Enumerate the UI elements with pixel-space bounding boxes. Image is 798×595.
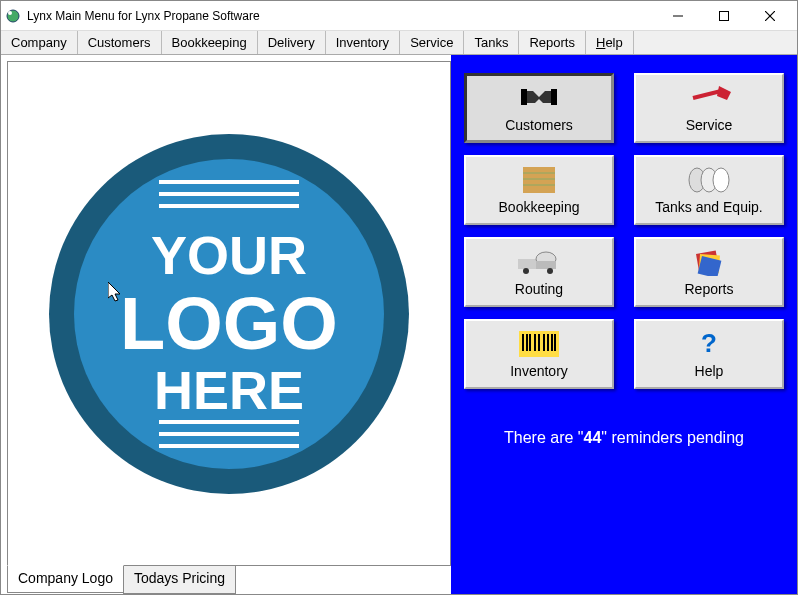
menu-bookkeeping[interactable]: Bookkeeping xyxy=(162,31,258,54)
folders-icon xyxy=(692,247,726,277)
content-area: YOUR LOGO HERE Company Logo Todays Prici… xyxy=(1,55,797,594)
svg-point-26 xyxy=(713,168,729,192)
routing-label: Routing xyxy=(515,281,563,297)
minimize-button[interactable] xyxy=(655,2,701,30)
bookkeeping-button[interactable]: Bookkeeping xyxy=(464,155,614,225)
bookkeeping-label: Bookkeeping xyxy=(499,199,580,215)
ledger-icon xyxy=(521,165,557,195)
left-pane: YOUR LOGO HERE Company Logo Todays Prici… xyxy=(1,55,451,594)
reminder-count: 44 xyxy=(584,429,602,446)
svg-rect-27 xyxy=(518,259,536,269)
reports-button[interactable]: Reports xyxy=(634,237,784,307)
inventory-button[interactable]: Inventory xyxy=(464,319,614,389)
menu-tanks[interactable]: Tanks xyxy=(464,31,519,54)
svg-rect-3 xyxy=(720,11,729,20)
svg-rect-20 xyxy=(523,167,555,193)
svg-text:?: ? xyxy=(701,330,717,358)
svg-point-30 xyxy=(523,268,529,274)
menu-reports[interactable]: Reports xyxy=(519,31,586,54)
tanks-icon xyxy=(687,165,731,195)
svg-rect-29 xyxy=(536,261,556,269)
svg-text:LOGO: LOGO xyxy=(120,282,338,365)
inventory-label: Inventory xyxy=(510,363,568,379)
svg-rect-17 xyxy=(521,89,527,105)
service-button[interactable]: Service xyxy=(634,73,784,143)
titlebar: Lynx Main Menu for Lynx Propane Software xyxy=(1,1,797,31)
svg-text:YOUR: YOUR xyxy=(151,225,307,285)
app-icon xyxy=(5,8,21,24)
menubar: Company Customers Bookkeeping Delivery I… xyxy=(1,31,797,55)
svg-point-31 xyxy=(547,268,553,274)
left-tabs: Company Logo Todays Pricing xyxy=(7,566,451,594)
barcode-icon xyxy=(519,329,559,359)
close-button[interactable] xyxy=(747,2,793,30)
menu-company[interactable]: Company xyxy=(1,31,78,54)
tanks-button[interactable]: Tanks and Equip. xyxy=(634,155,784,225)
menu-service[interactable]: Service xyxy=(400,31,464,54)
window-controls xyxy=(655,2,793,30)
menu-help[interactable]: Help xyxy=(586,31,634,54)
main-window: Lynx Main Menu for Lynx Propane Software… xyxy=(0,0,798,595)
handshake-icon xyxy=(519,83,559,113)
maximize-button[interactable] xyxy=(701,2,747,30)
button-grid: Customers Service Bookkeeping xyxy=(464,73,784,389)
window-title: Lynx Main Menu for Lynx Propane Software xyxy=(27,9,655,23)
question-icon: ? xyxy=(699,329,719,359)
svg-point-1 xyxy=(8,11,12,15)
truck-icon xyxy=(516,247,562,277)
service-label: Service xyxy=(686,117,733,133)
tab-company-logo[interactable]: Company Logo xyxy=(7,565,124,593)
menu-inventory[interactable]: Inventory xyxy=(326,31,400,54)
menu-customers[interactable]: Customers xyxy=(78,31,162,54)
reports-label: Reports xyxy=(684,281,733,297)
logo-frame: YOUR LOGO HERE xyxy=(7,61,451,566)
help-button[interactable]: ? Help xyxy=(634,319,784,389)
customers-label: Customers xyxy=(505,117,573,133)
menu-delivery[interactable]: Delivery xyxy=(258,31,326,54)
customers-button[interactable]: Customers xyxy=(464,73,614,143)
logo-placeholder: YOUR LOGO HERE xyxy=(29,114,429,514)
reminder-text: There are "44" reminders pending xyxy=(504,429,744,447)
help-label: Help xyxy=(695,363,724,379)
svg-rect-18 xyxy=(551,89,557,105)
routing-button[interactable]: Routing xyxy=(464,237,614,307)
cursor-icon xyxy=(108,282,124,309)
wrench-icon xyxy=(687,83,731,113)
tab-todays-pricing[interactable]: Todays Pricing xyxy=(123,566,236,594)
tanks-label: Tanks and Equip. xyxy=(655,199,762,215)
svg-text:HERE: HERE xyxy=(154,360,304,420)
right-pane: Customers Service Bookkeeping xyxy=(451,55,797,594)
